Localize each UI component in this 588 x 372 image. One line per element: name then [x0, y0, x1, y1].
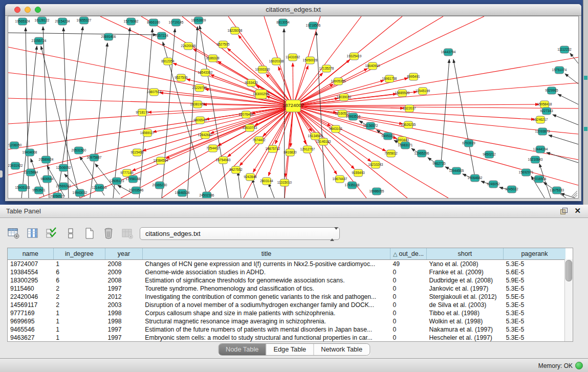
graph-edge-black[interactable]	[238, 172, 241, 198]
table-select-dropdown[interactable]: citations_edges.txt	[140, 227, 340, 240]
cell-year[interactable]: 2003	[105, 301, 142, 309]
cell-short[interactable]: Stergiakouli et al. (2012)	[426, 293, 503, 301]
table-row[interactable]: 911546021997Tourette syndrome. Phenomeno…	[8, 285, 565, 293]
cell-in_degree[interactable]: 2	[53, 285, 105, 293]
tab-node-table[interactable]: Node Table	[219, 344, 266, 355]
cell-year[interactable]: 1998	[105, 317, 142, 325]
graph-edge-black[interactable]	[63, 28, 69, 198]
cell-title[interactable]: Embryonic stem cells: a model to study s…	[142, 334, 390, 342]
cell-pagerank[interactable]: 5.9E-5	[503, 276, 565, 285]
cell-in_degree[interactable]: 1	[53, 325, 105, 334]
cell-short[interactable]: Hescheler et al. (1997)	[426, 334, 503, 342]
cell-short[interactable]: de Silva et al. (2003)	[426, 301, 503, 309]
graph-edge-red[interactable]	[293, 104, 539, 106]
cell-short[interactable]: Tibbo et al. (1998)	[426, 309, 503, 317]
graph-edge-red[interactable]	[8, 47, 293, 106]
graph-edge-black[interactable]	[549, 135, 578, 144]
cell-in_degree[interactable]: 1	[53, 317, 105, 325]
graph-edge-red[interactable]	[293, 83, 578, 106]
cell-short[interactable]: Nakamura et al. (1997)	[426, 325, 503, 334]
column-header-out_degree[interactable]: △out_de...	[390, 248, 427, 260]
cell-in_degree[interactable]: 2	[53, 301, 105, 309]
graph-edge-black[interactable]	[57, 27, 83, 198]
cell-title[interactable]: Estimation of the future numbers of pati…	[142, 325, 390, 334]
cell-pagerank[interactable]: 5.3E-5	[503, 260, 565, 269]
cell-in_degree[interactable]: 1	[53, 260, 105, 269]
graph-edge-red[interactable]	[153, 106, 293, 132]
table-row[interactable]: 969969511998Structural magnetic resonanc…	[8, 317, 565, 325]
graph-edge-red[interactable]	[228, 106, 293, 157]
close-panel-icon[interactable]: ✕	[574, 206, 581, 215]
select-rows-icon[interactable]	[45, 226, 58, 240]
graph-edge-black[interactable]	[553, 115, 578, 125]
cell-name[interactable]: 14569117	[8, 301, 53, 309]
graph-edge-black[interactable]	[90, 43, 107, 198]
cell-in_degree[interactable]: 6	[53, 268, 105, 276]
cell-short[interactable]: Dudbridge et al. (2008)	[426, 276, 503, 285]
network-window-titlebar[interactable]: citations_edges.txt	[5, 4, 581, 16]
cell-name[interactable]: 9115460	[8, 285, 53, 293]
graph-edge-red[interactable]	[293, 16, 484, 106]
new-document-icon[interactable]	[83, 226, 96, 240]
cell-year[interactable]: 2009	[105, 268, 142, 276]
cell-out_degree[interactable]: 49	[390, 260, 427, 269]
cell-name[interactable]: 9465546	[8, 325, 53, 334]
table-row[interactable]: 1456911722003Disruption of a novel membe…	[8, 301, 565, 309]
cell-out_degree[interactable]: 0	[390, 268, 427, 276]
cell-title[interactable]: Investigating the contribution of common…	[142, 293, 390, 301]
cell-pagerank[interactable]: 5.3E-5	[503, 285, 565, 293]
cell-out_degree[interactable]: 0	[390, 301, 427, 309]
float-panel-icon[interactable]	[560, 208, 568, 215]
cell-year[interactable]: 2008	[105, 260, 142, 269]
graph-edge-black[interactable]	[284, 29, 285, 198]
cell-in_degree[interactable]: 1	[53, 309, 105, 317]
tab-network-table[interactable]: Network Table	[313, 344, 369, 355]
graph-edge-red[interactable]	[8, 98, 293, 106]
graph-edge-red[interactable]	[187, 79, 293, 106]
cell-title[interactable]: Genome-wide association studies in ADHD.	[142, 268, 390, 276]
cell-out_degree[interactable]: 0	[390, 285, 427, 293]
cell-name[interactable]: 9777169	[8, 309, 53, 317]
table-columns-icon[interactable]	[26, 226, 39, 240]
cell-year[interactable]: 1997	[105, 325, 142, 334]
cell-pagerank[interactable]: 5.3E-5	[503, 334, 565, 342]
cell-out_degree[interactable]: 0	[390, 325, 427, 334]
cell-title[interactable]: Tourette syndrome. Phenomenology and cla…	[142, 285, 390, 293]
cell-pagerank[interactable]: 5.3E-5	[503, 301, 565, 309]
cell-pagerank[interactable]: 5.5E-5	[503, 293, 565, 301]
cell-out_degree[interactable]: 0	[390, 309, 427, 317]
column-header-title[interactable]: title	[142, 248, 390, 260]
graph-edge-black[interactable]	[269, 183, 274, 198]
table-scrollbar[interactable]	[564, 259, 573, 341]
cell-name[interactable]: 22420046	[8, 293, 53, 301]
cell-out_degree[interactable]: 0	[390, 334, 427, 342]
cell-in_degree[interactable]: 2	[53, 293, 105, 301]
cell-title[interactable]: Structural magnetic resonance image aver…	[142, 317, 390, 325]
cell-name[interactable]: 9463627	[8, 334, 53, 342]
cell-pagerank[interactable]: 5.3E-5	[503, 325, 565, 334]
graph-edge-black[interactable]	[41, 46, 80, 198]
cell-year[interactable]: 1997	[105, 285, 142, 293]
cell-title[interactable]: Disruption of a novel member of a sodium…	[142, 301, 390, 309]
import-table-icon[interactable]	[121, 226, 134, 240]
cell-year[interactable]: 1998	[105, 309, 142, 317]
graph-edge-black[interactable]	[565, 74, 578, 84]
graph-edge-black[interactable]	[558, 94, 578, 104]
column-header-pagerank[interactable]: pagerank	[503, 248, 565, 260]
cell-year[interactable]: 2012	[105, 293, 142, 301]
table-row[interactable]: 1938455462009Genome-wide association stu…	[8, 268, 565, 276]
cell-in_degree[interactable]: 6	[53, 276, 105, 285]
table-row[interactable]: 2242004622012Investigating the contribut…	[8, 293, 565, 301]
table-row[interactable]: 946362711997Embryonic stem cells: a mode…	[8, 334, 565, 342]
column-header-year[interactable]: year	[105, 248, 142, 260]
graph-edge-black[interactable]	[316, 32, 325, 198]
resize-grip-icon[interactable]	[575, 195, 577, 197]
cell-name[interactable]: 19384554	[8, 268, 53, 276]
cell-name[interactable]: 18300295	[8, 276, 53, 285]
cell-title[interactable]: Changes of HCN gene expression and I(f) …	[142, 260, 390, 269]
graph-edge-black[interactable]	[252, 179, 258, 198]
cell-short[interactable]: Yano et al. (2008)	[426, 260, 503, 269]
cell-year[interactable]: 1997	[105, 334, 142, 342]
network-canvas[interactable]: 1830029591534201039333016920338114316921…	[8, 16, 579, 199]
cell-pagerank[interactable]: 5.6E-5	[503, 268, 565, 276]
